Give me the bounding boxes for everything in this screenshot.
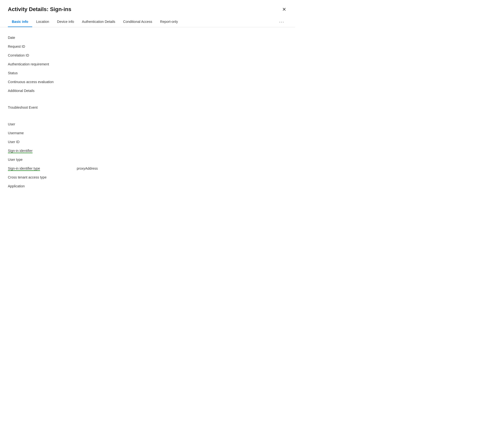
field-label-application: Application bbox=[8, 184, 77, 188]
field-row-cross-tenant-access-type: Cross tenant access type bbox=[8, 173, 287, 182]
section-user-fields: User Username User ID Sign-in identifier… bbox=[8, 120, 287, 191]
close-button[interactable]: ✕ bbox=[281, 6, 287, 13]
tab-conditional-access[interactable]: Conditional Access bbox=[119, 17, 156, 27]
field-label-continuous-access: Continuous access evaluation bbox=[8, 80, 77, 84]
tab-device-info[interactable]: Device info bbox=[53, 17, 78, 27]
field-label-auth-requirement: Authentication requirement bbox=[8, 62, 77, 66]
field-row-application: Application bbox=[8, 182, 287, 191]
field-value-sign-in-identifier-type: proxyAddress bbox=[77, 166, 287, 170]
tab-authentication-details[interactable]: Authentication Details bbox=[78, 17, 119, 27]
field-row-sign-in-identifier-type: Sign-in identifier type proxyAddress bbox=[8, 164, 287, 173]
field-label-user-type: User type bbox=[8, 158, 77, 162]
content-area: Date Request ID Correlation ID Authentic… bbox=[0, 27, 295, 196]
section-spacer-2 bbox=[8, 112, 287, 120]
field-label-troubleshoot-event: Troubleshoot Event bbox=[8, 105, 77, 109]
activity-details-dialog: Activity Details: Sign-ins ✕ Basic info … bbox=[0, 0, 295, 221]
field-row-auth-requirement: Authentication requirement bbox=[8, 60, 287, 69]
field-row-correlation-id: Correlation ID bbox=[8, 51, 287, 60]
field-label-user-id: User ID bbox=[8, 140, 77, 144]
tab-location[interactable]: Location bbox=[32, 17, 53, 27]
field-row-user-id: User ID bbox=[8, 137, 287, 146]
field-label-request-id: Request ID bbox=[8, 45, 77, 48]
field-row-date: Date bbox=[8, 33, 287, 42]
field-row-request-id: Request ID bbox=[8, 42, 287, 51]
field-row-troubleshoot-event: Troubleshoot Event bbox=[8, 103, 287, 112]
field-label-status: Status bbox=[8, 71, 77, 75]
field-label-user: User bbox=[8, 122, 77, 126]
field-label-sign-in-identifier-type: Sign-in identifier type bbox=[8, 166, 77, 170]
field-row-sign-in-identifier: Sign-in identifier bbox=[8, 146, 287, 155]
field-row-user-type: User type bbox=[8, 155, 287, 164]
field-row-username: Username bbox=[8, 129, 287, 137]
section-troubleshoot: Troubleshoot Event bbox=[8, 103, 287, 112]
field-label-date: Date bbox=[8, 36, 77, 40]
section-spacer-1 bbox=[8, 95, 287, 103]
tabs-more-button[interactable]: ··· bbox=[276, 17, 287, 27]
field-label-sign-in-identifier: Sign-in identifier bbox=[8, 149, 77, 153]
field-label-username: Username bbox=[8, 131, 77, 135]
tab-basic-info[interactable]: Basic info bbox=[8, 17, 32, 27]
field-row-continuous-access: Continuous access evaluation bbox=[8, 77, 287, 86]
field-label-additional-details: Additional Details bbox=[8, 89, 77, 93]
field-label-correlation-id: Correlation ID bbox=[8, 53, 77, 57]
dialog-header: Activity Details: Sign-ins ✕ bbox=[0, 0, 295, 17]
tab-report-only[interactable]: Report-only bbox=[156, 17, 182, 27]
section-basic-fields: Date Request ID Correlation ID Authentic… bbox=[8, 33, 287, 95]
field-row-additional-details: Additional Details bbox=[8, 86, 287, 95]
field-row-status: Status bbox=[8, 69, 287, 77]
field-label-cross-tenant-access-type: Cross tenant access type bbox=[8, 175, 77, 179]
tabs-container: Basic info Location Device info Authenti… bbox=[0, 17, 295, 27]
dialog-title: Activity Details: Sign-ins bbox=[8, 6, 71, 13]
field-row-user: User bbox=[8, 120, 287, 129]
